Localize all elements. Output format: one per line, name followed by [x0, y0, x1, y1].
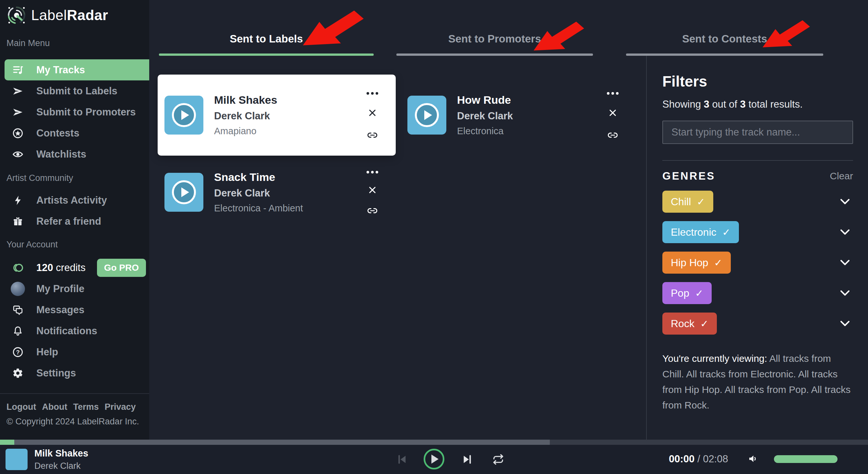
- privacy-link[interactable]: Privacy: [104, 402, 135, 412]
- play-icon[interactable]: [172, 103, 196, 127]
- about-link[interactable]: About: [42, 402, 67, 412]
- main-menu: My Tracks Submit to Labels Submit to Pro…: [0, 59, 149, 165]
- chevron-down-icon[interactable]: [840, 199, 850, 204]
- gift-icon: [12, 216, 23, 227]
- play-icon[interactable]: [415, 103, 439, 127]
- sidebar-item-label: Help: [36, 346, 58, 358]
- sidebar-item-label: Submit to Labels: [36, 85, 117, 97]
- annotation-arrow-icon: [533, 18, 585, 55]
- sidebar-item-label: Settings: [36, 367, 76, 379]
- more-options-icon[interactable]: [607, 91, 619, 95]
- genre-chip-label: Hip Hop: [671, 257, 708, 269]
- current-view-summary: You're currently viewing: All tracks fro…: [662, 351, 852, 413]
- sidebar-item-submit-to-promoters[interactable]: Submit to Promoters: [0, 101, 149, 123]
- track-row-snack-time[interactable]: Snack Time Derek Clark Electronica - Amb…: [158, 161, 396, 223]
- copyright-text: © Copyright 2024 LabelRadar Inc.: [6, 417, 139, 426]
- link-icon[interactable]: [367, 131, 378, 139]
- next-track-icon[interactable]: [462, 454, 473, 465]
- track-card-milk-shakes[interactable]: Milk Shakes Derek Clark Amapiano: [158, 74, 396, 156]
- track-title: Milk Shakes: [214, 94, 365, 106]
- check-icon: ✓: [695, 288, 703, 299]
- track-meta: How Rude Derek Clark Electronica: [457, 94, 606, 136]
- playback-progress-segment: [0, 440, 14, 445]
- track-actions: [606, 91, 620, 139]
- sidebar-item-label: Watchlists: [36, 149, 86, 160]
- lightning-icon: [12, 195, 23, 206]
- chevron-down-icon[interactable]: [840, 260, 850, 265]
- track-artwork[interactable]: [164, 96, 204, 134]
- remove-icon[interactable]: [368, 108, 377, 117]
- track-actions: [365, 169, 379, 215]
- sidebar-item-label: Notifications: [36, 325, 97, 337]
- track-search-input[interactable]: [662, 121, 853, 144]
- check-icon: ✓: [697, 196, 705, 208]
- horizontal-scrollbar-thumb[interactable]: [0, 440, 550, 445]
- sidebar-item-help[interactable]: ? Help: [0, 341, 149, 362]
- link-icon[interactable]: [607, 131, 618, 139]
- genre-chip-chill[interactable]: Chill ✓: [662, 191, 713, 213]
- sidebar-divider: [0, 393, 149, 394]
- logout-link[interactable]: Logout: [6, 402, 36, 412]
- section-label-your-account: Your Account: [6, 240, 58, 250]
- track-artwork[interactable]: [164, 173, 204, 212]
- play-button[interactable]: [424, 449, 444, 470]
- svg-text:?: ?: [16, 349, 20, 355]
- horizontal-scrollbar-track[interactable]: [0, 440, 868, 445]
- sidebar-item-messages[interactable]: Messages: [0, 299, 149, 320]
- brand-name: LabelRadar: [31, 7, 108, 23]
- player-artwork: [5, 449, 28, 470]
- track-row-how-rude[interactable]: How Rude Derek Clark Electronica: [401, 74, 636, 156]
- repeat-icon[interactable]: [492, 453, 505, 466]
- genre-chip-rock[interactable]: Rock ✓: [662, 313, 717, 335]
- volume-icon[interactable]: [747, 453, 759, 464]
- sidebar-item-my-profile[interactable]: My Profile: [0, 278, 149, 299]
- sidebar-item-label: Submit to Promoters: [36, 106, 136, 118]
- sidebar-item-label: Messages: [36, 304, 84, 316]
- sidebar-item-contests[interactable]: Contests: [0, 123, 149, 144]
- track-artwork[interactable]: [407, 96, 446, 134]
- sidebar-item-label: My Profile: [36, 283, 84, 295]
- clear-genres-link[interactable]: Clear: [830, 170, 853, 182]
- genre-row: Chill ✓: [662, 191, 853, 213]
- check-icon: ✓: [722, 227, 731, 238]
- chevron-down-icon[interactable]: [840, 290, 850, 296]
- play-icon[interactable]: [172, 180, 196, 204]
- previous-track-icon[interactable]: [396, 454, 407, 465]
- star-circle-icon: [12, 128, 23, 139]
- genre-chip-label: Rock: [671, 318, 694, 330]
- remove-icon[interactable]: [608, 108, 617, 117]
- radar-logo-icon: [6, 5, 27, 25]
- filters-panel: Filters Showing 3 out of 3 total results…: [646, 56, 868, 440]
- player-track-title: Milk Shakes: [34, 448, 88, 459]
- chevron-down-icon[interactable]: [840, 321, 850, 326]
- terms-link[interactable]: Terms: [73, 402, 99, 412]
- volume-slider[interactable]: [774, 455, 838, 463]
- remove-icon[interactable]: [368, 185, 377, 194]
- genre-row: Rock ✓: [662, 313, 853, 335]
- sidebar-item-refer-a-friend[interactable]: Refer a friend: [0, 211, 149, 232]
- genre-chip-hip-hop[interactable]: Hip Hop ✓: [662, 252, 731, 274]
- avatar: [11, 282, 25, 296]
- genre-chip-electronic[interactable]: Electronic ✓: [662, 221, 739, 243]
- gear-icon: [12, 368, 23, 379]
- link-icon[interactable]: [367, 207, 378, 215]
- sidebar-item-submit-to-labels[interactable]: Submit to Labels: [0, 81, 149, 101]
- sidebar-item-settings[interactable]: Settings: [0, 362, 149, 383]
- genre-chip-pop[interactable]: Pop ✓: [662, 282, 712, 304]
- chevron-down-icon[interactable]: [840, 229, 850, 235]
- sidebar-item-notifications[interactable]: Notifications: [0, 320, 149, 341]
- labelradar-app: LabelRadar Main Menu My Tracks Submit to…: [0, 0, 868, 474]
- genre-row: Hip Hop ✓: [662, 252, 853, 274]
- playback-time: 00:00 / 02:08: [669, 453, 728, 465]
- sidebar-item-watchlists[interactable]: Watchlists: [0, 144, 149, 165]
- playlist-music-icon: [12, 65, 23, 75]
- more-options-icon[interactable]: [367, 91, 378, 95]
- more-options-icon[interactable]: [367, 169, 378, 173]
- genre-row: Pop ✓: [662, 282, 853, 304]
- sidebar-item-my-tracks[interactable]: My Tracks: [4, 59, 149, 81]
- labelradar-logo[interactable]: LabelRadar: [6, 5, 108, 25]
- sidebar-item-label: Artists Activity: [36, 194, 107, 206]
- sidebar-item-artists-activity[interactable]: Artists Activity: [0, 190, 149, 211]
- go-pro-button[interactable]: Go PRO: [97, 259, 146, 277]
- genres-heading: GENRES: [662, 170, 715, 182]
